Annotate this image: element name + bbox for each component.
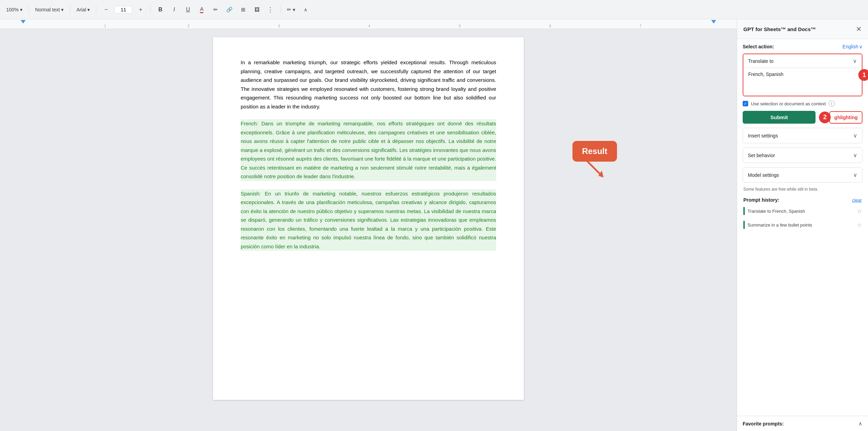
toolbar: 100% ▾ Normal text ▾ Arial ▾ − + B I U A… [0,0,868,19]
sidebar-close-button[interactable]: ✕ [856,25,862,33]
set-behavior-label: Set behavior [748,153,775,158]
separator-1 [29,6,29,14]
font-size-input[interactable] [114,6,132,13]
ruler-mark-2: 2 [187,24,190,28]
font-size-increase-button[interactable]: + [135,4,146,15]
star-icon-1[interactable]: ☆ [857,208,862,214]
clear-history-button[interactable]: clear [852,198,862,203]
ruler-mark-4: 4 [368,24,370,28]
doc-area: 1 2 3 4 5 6 7 In a remarkable marketing … [0,19,737,431]
sidebar: GPT for Sheets™ and Docs™ ✕ Select actio… [737,19,868,431]
highlight-button[interactable]: ✏ [210,4,221,15]
star-icon-2[interactable]: ☆ [857,222,862,228]
insert-settings-label: Insert settings [748,133,778,138]
model-settings-header[interactable]: Model settings ∨ [743,167,862,182]
bold-button[interactable]: B [155,4,166,15]
prompt-item-2[interactable]: Summarize in a few bullet points ☆ [743,218,862,232]
highlighting-button[interactable]: ghlighting [829,111,862,124]
doc-page: In a remarkable marketing triumph, our s… [213,37,524,400]
link-button[interactable]: 🔗 [224,4,235,15]
doc-page-wrapper: In a remarkable marketing triumph, our s… [213,37,524,423]
doc-scroll[interactable]: In a remarkable marketing triumph, our s… [0,29,737,431]
select-action-label: Select action: [743,44,774,49]
insert-settings-header[interactable]: Insert settings ∨ [743,128,862,143]
insert-settings-section: Insert settings ∨ [743,128,862,143]
language-chevron: ∨ [859,44,862,49]
zoom-label: 100% [6,7,19,12]
prompt-text-2: Summarize in a few bullet points [748,222,854,228]
translate-chevron-icon: ∨ [853,58,857,64]
sidebar-header: GPT for Sheets™ and Docs™ ✕ [737,19,868,39]
sidebar-body: Select action: English ∨ Translate to ∨ [737,39,868,237]
paragraph-1: In a remarkable marketing triumph, our s… [241,58,496,111]
underline-button[interactable]: U [182,4,193,15]
checkbox-check-icon: ✓ [744,102,747,106]
use-selection-label: Use selection or document as context [751,101,826,106]
highlighting-wrapper: 2 ghlighting [819,111,862,124]
model-settings-chevron-icon: ∨ [853,172,857,178]
zoom-control[interactable]: 100% ▾ [4,6,25,14]
language-label: English [842,44,858,49]
more-button[interactable]: ⋮ [265,4,276,15]
translate-to-label: Translate to [748,58,773,64]
favorite-prompts-section[interactable]: Favorite prompts: ∧ [737,416,868,431]
set-behavior-section: Set behavior ∨ [743,147,862,163]
model-settings-label: Model settings [748,172,779,178]
ruler-right-marker[interactable] [711,20,716,23]
use-selection-checkbox[interactable]: ✓ [743,101,748,106]
result-bubble-container: Result [572,141,617,162]
separator-4 [150,6,151,14]
ruler-mark-6: 6 [549,24,551,28]
italic-button[interactable]: I [168,4,180,15]
zoom-chevron: ▾ [20,7,22,12]
font-label: Arial [76,7,86,12]
more-icon: ⋮ [267,6,274,13]
font-color-button[interactable]: A [196,4,207,15]
insert-special-icon: ⊞ [241,7,245,13]
prompt-text-1: Translate to French, Spanish [748,209,854,214]
prompt-history-section: Prompt history: clear Translate to Frenc… [743,196,862,232]
ruler-left-marker[interactable] [21,20,26,23]
highlight-icon: ✏ [213,7,218,13]
select-action-row: Select action: English ∨ [743,44,862,49]
insert-image-icon: 🖼 [254,7,260,12]
text-style-control[interactable]: Normal text ▾ [33,6,66,14]
translate-box-wrapper: Translate to ∨ French, Spanish 1 [743,54,862,96]
sidebar-title: GPT for Sheets™ and Docs™ [743,26,816,32]
language-selector[interactable]: English ∨ [842,44,862,49]
translate-to-dropdown[interactable]: Translate to ∨ [743,54,862,68]
font-chevron: ▾ [87,7,90,12]
insert-special-button[interactable]: ⊞ [238,4,249,15]
prompt-dot-1 [743,207,745,215]
insert-image-button[interactable]: 🖼 [251,4,262,15]
result-arrow [579,153,607,182]
pen-tool[interactable]: ✏ ▾ [285,5,297,14]
link-icon: 🔗 [226,7,233,13]
step-1-badge: 1 [858,69,868,81]
ruler-inner: 1 2 3 4 5 6 7 [21,19,716,29]
prompt-item-1[interactable]: Translate to French, Spanish ☆ [743,204,862,218]
collapse-button[interactable]: ∧ [300,4,311,15]
sidebar-spacer [737,237,868,416]
set-behavior-chevron-icon: ∨ [853,152,857,159]
ruler-mark-1: 1 [104,24,106,28]
insert-settings-chevron-icon: ∨ [853,132,857,139]
separator-5 [280,6,281,14]
svg-line-0 [583,157,600,174]
ruler-mark-7: 7 [639,24,642,28]
separator-2 [70,6,70,14]
paragraph-spanish: Spanish: En un triunfo de marketing nota… [241,189,496,251]
font-size-decrease-button[interactable]: − [100,4,112,15]
prompt-history-header: Prompt history: clear [743,196,862,204]
font-color-icon: A [200,6,203,13]
step-2-badge: 2 [819,112,831,123]
ruler-mark-3: 3 [278,24,280,28]
set-behavior-header[interactable]: Set behavior ∨ [743,148,862,163]
translate-input-area[interactable]: French, Spanish [743,68,862,96]
model-settings-section: Model settings ∨ [743,167,862,183]
pen-icon: ✏ [287,7,291,13]
info-icon[interactable]: i [829,100,835,107]
submit-button[interactable]: Submit [743,111,816,124]
ruler-mark-5: 5 [459,24,461,28]
font-control[interactable]: Arial ▾ [74,6,92,14]
